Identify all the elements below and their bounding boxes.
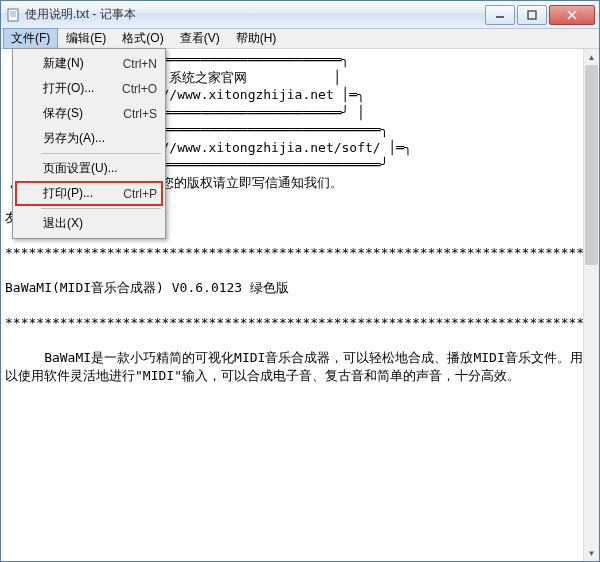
menu-view[interactable]: 查看(V) <box>172 28 228 49</box>
scroll-down-arrow-icon[interactable]: ▼ <box>584 545 599 561</box>
scroll-thumb[interactable] <box>585 65 598 265</box>
menu-item-save[interactable]: 保存(S) Ctrl+S <box>15 101 163 126</box>
menu-item-exit[interactable]: 退出(X) <box>15 211 163 236</box>
menubar: 文件(F) 编辑(E) 格式(O) 查看(V) 帮助(H) <box>1 29 599 49</box>
menu-file[interactable]: 文件(F) <box>3 28 58 49</box>
svg-rect-5 <box>528 11 536 19</box>
vertical-scrollbar[interactable]: ▲ ▼ <box>583 49 599 561</box>
window-title: 使用说明.txt - 记事本 <box>25 6 483 23</box>
close-button[interactable] <box>549 5 595 25</box>
menu-item-saveas[interactable]: 另存为(A)... <box>15 126 163 151</box>
menu-item-pagesetup[interactable]: 页面设置(U)... <box>15 156 163 181</box>
menu-item-new[interactable]: 新建(N) Ctrl+N <box>15 51 163 76</box>
file-menu-dropdown: 新建(N) Ctrl+N 打开(O)... Ctrl+O 保存(S) Ctrl+… <box>12 48 166 239</box>
menu-item-open[interactable]: 打开(O)... Ctrl+O <box>15 76 163 101</box>
titlebar[interactable]: 使用说明.txt - 记事本 <box>1 1 599 29</box>
menu-edit[interactable]: 编辑(E) <box>58 28 114 49</box>
menu-help[interactable]: 帮助(H) <box>228 28 285 49</box>
scroll-up-arrow-icon[interactable]: ▲ <box>584 49 599 65</box>
menu-format[interactable]: 格式(O) <box>114 28 171 49</box>
maximize-button[interactable] <box>517 5 547 25</box>
app-icon <box>5 7 21 23</box>
menu-separator <box>41 153 161 154</box>
window-controls <box>483 5 595 25</box>
menu-item-print[interactable]: 打印(P)... Ctrl+P <box>15 181 163 206</box>
svg-rect-0 <box>8 9 18 21</box>
menu-separator <box>41 208 161 209</box>
minimize-button[interactable] <box>485 5 515 25</box>
